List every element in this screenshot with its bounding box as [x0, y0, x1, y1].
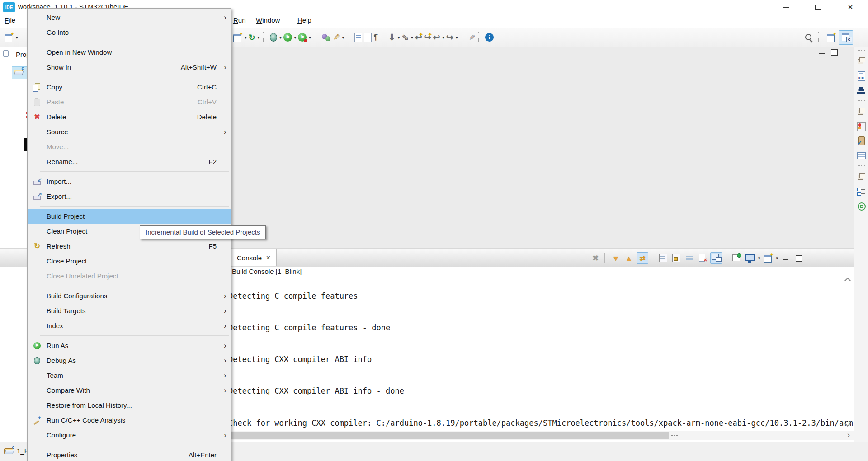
menu-file[interactable]: File	[5, 16, 15, 24]
display-selected-console-toggle[interactable]: ⇄	[637, 252, 648, 264]
new-project-button[interactable]: ✦	[232, 33, 242, 42]
open-perspective-button[interactable]: ✦	[826, 33, 836, 42]
menu-item-restore-from-local-history[interactable]: Restore from Local History...	[28, 398, 231, 413]
goto-annotation-dropdown[interactable]: ▾	[411, 35, 413, 40]
console-vertical-scrollbar[interactable]	[842, 276, 853, 430]
menu-item-show-in[interactable]: Show InAlt+Shift+W›	[28, 60, 231, 75]
menu-item-build-project[interactable]: Build Project	[28, 209, 231, 224]
back-edit-button[interactable]: ↩✦	[415, 33, 422, 42]
menu-window[interactable]: Window	[256, 16, 280, 24]
menu-item-copy[interactable]: CopyCtrl+C	[28, 80, 231, 94]
menu-item-export[interactable]: ↗Export...	[28, 189, 231, 204]
new-wizard-dropdown[interactable]: ▾	[16, 35, 18, 40]
menu-item-configure[interactable]: Configure›	[28, 428, 231, 442]
console-output[interactable]: Detecting C compile features Detecting C…	[228, 276, 854, 430]
menu-item-compare-with[interactable]: Compare With›	[28, 383, 231, 398]
minimize-console-button[interactable]	[780, 253, 791, 263]
properties-view-button[interactable]	[856, 151, 866, 160]
debug-button[interactable]	[270, 33, 277, 42]
new-wizard-button[interactable]: ✦	[4, 33, 14, 42]
console-horizontal-scrollbar[interactable]: ›	[228, 431, 854, 440]
device-programmer-dropdown[interactable]: ▾	[342, 35, 344, 40]
debug-view-button[interactable]	[856, 122, 866, 132]
display-console-button[interactable]	[745, 253, 755, 263]
menu-item-import[interactable]: ↙Import...	[28, 174, 231, 189]
menu-item-refresh[interactable]: ↻RefreshF5	[28, 239, 231, 254]
restore-view-stack-button[interactable]	[856, 107, 866, 117]
menu-item-debug-as[interactable]: Debug As›	[28, 353, 231, 368]
activate-on-output-toggle[interactable]	[710, 252, 722, 264]
terminate-button[interactable]: ✖	[590, 253, 601, 263]
close-tab-icon[interactable]: ✕	[266, 254, 271, 261]
tree-expander-project[interactable]	[5, 70, 5, 78]
run-dropdown[interactable]: ▾	[294, 35, 297, 40]
menu-item-go-into[interactable]: Go Into	[28, 25, 231, 40]
forward-history-button[interactable]: ↪	[446, 33, 453, 42]
run-button[interactable]: ▶	[283, 33, 292, 42]
open-console-dropdown[interactable]: ▾	[776, 256, 778, 260]
menu-item-new[interactable]: New›	[28, 10, 231, 25]
new-project-dropdown[interactable]: ▾	[245, 35, 247, 40]
scroll-up-icon[interactable]	[844, 278, 851, 284]
maximize-console-button[interactable]	[793, 253, 804, 263]
run-external-dropdown[interactable]: ▾	[309, 35, 311, 40]
next-console-page-button[interactable]: ▼	[610, 253, 621, 263]
menu-item-index[interactable]: Index›	[28, 318, 231, 333]
menu-item-open-in-new-window[interactable]: Open in New Window	[28, 45, 231, 60]
include-browser-view-button[interactable]	[856, 201, 866, 211]
back-history-dropdown[interactable]: ▾	[443, 35, 445, 40]
pin-console-button[interactable]	[731, 253, 742, 263]
menu-item-build-targets[interactable]: Build Targets›	[28, 303, 231, 318]
information-button[interactable]: i	[485, 33, 494, 42]
static-stack-analyzer-view-button[interactable]	[856, 85, 866, 95]
word-wrap-button[interactable]	[658, 253, 669, 263]
forward-edit-button[interactable]: ↪✦	[424, 33, 431, 42]
open-element-button[interactable]	[321, 33, 331, 42]
menu-item-properties[interactable]: PropertiesAlt+Enter	[28, 447, 231, 461]
search-button[interactable]	[804, 33, 814, 42]
tasks-view-button[interactable]	[856, 136, 866, 146]
menu-item-paste[interactable]: PasteCtrl+V	[28, 94, 231, 109]
menu-item-move[interactable]: Move...	[28, 139, 231, 154]
run-external-button[interactable]: ▶	[298, 33, 307, 42]
menu-item-build-configurations[interactable]: Build Configurations›	[28, 288, 231, 303]
show-blank-lines-button[interactable]	[684, 253, 695, 263]
open-resource-button[interactable]	[364, 33, 372, 42]
scroll-down-icon[interactable]	[844, 420, 851, 427]
minimize-window-button[interactable]	[775, 0, 797, 14]
forward-history-dropdown[interactable]: ▾	[456, 35, 458, 40]
menu-item-source[interactable]: Source›	[28, 124, 231, 139]
build-analyzer-view-button[interactable]: 010	[856, 71, 866, 81]
restore-view-stack-button[interactable]	[856, 56, 866, 66]
generate-code-dropdown[interactable]: ▾	[258, 35, 260, 40]
menu-item-close-unrelated-project[interactable]: Close Unrelated Project	[28, 268, 231, 283]
scroll-lock-button[interactable]	[671, 253, 682, 263]
previous-console-page-button[interactable]: ▲	[623, 253, 634, 263]
minimize-editor-button[interactable]	[819, 50, 825, 54]
maximize-editor-button[interactable]	[831, 49, 838, 56]
last-edit-location-button[interactable]: ⇓	[388, 33, 396, 42]
maximize-window-button[interactable]	[807, 0, 829, 14]
tree-expander-child[interactable]	[14, 83, 14, 91]
clear-console-button[interactable]	[697, 253, 708, 263]
display-console-dropdown[interactable]: ▾	[758, 256, 760, 260]
tab-console[interactable]: Console ✕	[231, 249, 277, 266]
scroll-right-icon[interactable]: ›	[847, 430, 850, 440]
menu-item-rename[interactable]: Rename...F2	[28, 154, 231, 169]
last-edit-dropdown[interactable]: ▾	[398, 35, 400, 40]
open-type-button[interactable]	[354, 33, 362, 42]
outline-view-button[interactable]	[856, 187, 866, 197]
back-history-button[interactable]: ↩	[433, 33, 440, 42]
cpp-perspective-button[interactable]: C	[839, 30, 853, 45]
menu-item-run-as[interactable]: ▶Run As›	[28, 338, 231, 353]
menu-item-delete[interactable]: ✖DeleteDelete	[28, 109, 231, 124]
menu-item-run-code-analysis[interactable]: Run C/C++ Code Analysis	[28, 413, 231, 428]
open-console-button[interactable]: ✦	[763, 253, 774, 263]
menu-item-team[interactable]: Team›	[28, 368, 231, 383]
debug-dropdown[interactable]: ▾	[279, 35, 282, 40]
tree-expander-collapsed[interactable]	[14, 108, 14, 116]
goto-annotation-button[interactable]: ⇘	[401, 33, 409, 42]
show-whitespace-button[interactable]: ¶	[373, 33, 377, 42]
mark-occurrences-button[interactable]: ✎	[467, 34, 476, 40]
menu-run[interactable]: Run	[233, 16, 246, 24]
